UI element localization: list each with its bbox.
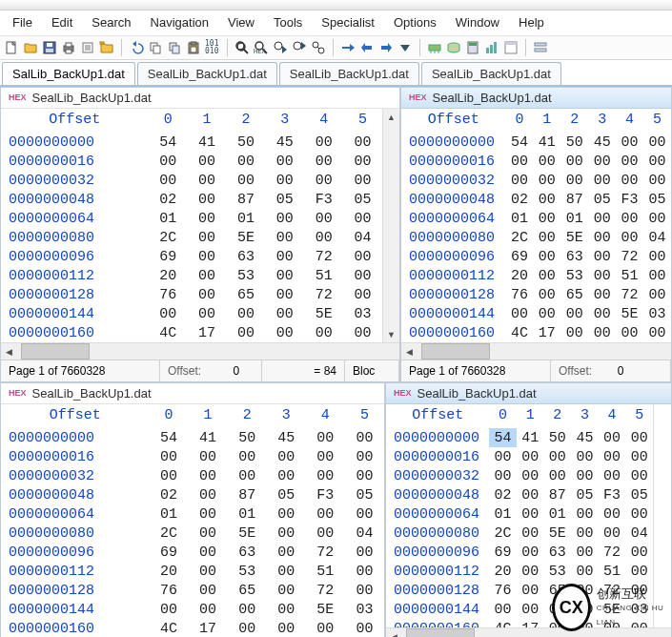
hex-row[interactable]: 00000000802C005E000004 [401,228,671,247]
hex-row[interactable]: 0000000032000000000000 [1,171,382,190]
hex-row[interactable]: 0000000144000000005E03 [1,600,384,619]
hex-byte[interactable]: 41 [533,133,560,152]
goto-icon[interactable] [340,40,356,55]
hex-byte[interactable]: 03 [343,304,382,323]
menu-navigation[interactable]: Navigation [142,13,217,31]
hex-byte[interactable]: 2C [505,228,533,247]
hex-byte[interactable]: 50 [560,133,588,152]
hex-byte[interactable]: 00 [588,228,616,247]
hex-row[interactable]: 00000000802C005E000004 [1,524,384,543]
hex-byte[interactable]: 00 [304,171,343,190]
hex-byte[interactable]: 00 [226,304,265,323]
find-next-icon[interactable] [273,40,288,55]
hex-byte[interactable]: 00 [188,304,227,323]
hex-byte[interactable]: 00 [267,543,306,562]
hex-byte[interactable]: 00 [265,285,304,304]
hex-grid-1[interactable]: Offset0123450000000000544150450000000000… [1,109,382,342]
binary-icon[interactable]: 101010 [205,40,220,55]
hex-row[interactable]: 000000004802008705F305 [1,485,384,504]
back-icon[interactable] [359,40,375,55]
hex-row[interactable]: 0000000128760065007200 [1,581,384,600]
hex-byte[interactable]: 53 [228,562,267,581]
hex-byte[interactable]: 00 [306,504,345,524]
forward-icon[interactable] [378,40,394,55]
hex-byte[interactable]: 87 [560,190,588,209]
hex-byte[interactable]: 65 [544,581,572,600]
properties-icon[interactable] [80,40,95,55]
hex-byte[interactable]: 00 [343,323,382,342]
hex-byte[interactable]: 00 [345,581,384,600]
hex-byte[interactable]: 00 [265,209,304,228]
find-hex-icon[interactable]: HEX [254,40,269,55]
hex-byte[interactable]: 87 [544,485,572,504]
hex-row[interactable]: 0000000128760065007200 [401,285,671,304]
hex-byte[interactable]: 00 [505,171,533,190]
hex-row[interactable]: 0000000000544150450000 [401,133,671,152]
hex-byte[interactable]: 00 [560,304,588,323]
hex-byte[interactable]: 00 [533,209,560,228]
hex-byte[interactable]: 00 [588,247,616,266]
hex-row[interactable]: 0000000016000000000000 [1,152,382,171]
hex-byte[interactable]: 00 [560,323,588,342]
hex-byte[interactable]: 00 [189,466,228,485]
hex-byte[interactable]: 00 [267,619,306,637]
hex-row[interactable]: 00000001604C1700000000 [1,323,382,342]
hex-byte[interactable]: 00 [188,247,227,266]
hex-byte[interactable]: 00 [304,323,343,342]
hex-byte[interactable]: 00 [343,247,382,266]
hex-byte[interactable]: 00 [533,304,560,323]
hex-byte[interactable]: 00 [560,152,588,171]
hex-byte[interactable]: 00 [571,504,599,524]
tab-file-1[interactable]: SalLib_BackUp1.dat [2,62,135,85]
hex-row[interactable]: 00000001604C1700000000 [1,619,384,637]
hex-byte[interactable]: 05 [345,485,384,504]
hex-byte[interactable]: 00 [616,228,643,247]
hex-byte[interactable]: 00 [267,600,306,619]
hex-row[interactable]: 000000004802008705F305 [386,485,653,504]
hex-byte[interactable]: 00 [544,466,572,485]
hex-row[interactable]: 0000000144000000005E03 [401,304,671,323]
hex-byte[interactable]: 63 [228,543,267,562]
hex-byte[interactable]: 00 [599,619,626,627]
hex-byte[interactable]: 00 [189,562,228,581]
hex-byte[interactable]: 53 [560,266,588,285]
menu-edit[interactable]: Edit [43,13,81,31]
hex-byte[interactable]: 00 [489,600,517,619]
hex-byte[interactable]: 00 [643,171,671,190]
hex-byte[interactable]: 04 [625,524,653,543]
hex-byte[interactable]: 00 [599,447,626,466]
hex-byte[interactable]: 5E [599,600,626,619]
hex-byte[interactable]: 00 [616,209,643,228]
hex-byte[interactable]: F3 [616,190,643,209]
hex-byte[interactable]: 00 [149,447,188,466]
hex-row[interactable]: 0000000128760065007200 [1,285,382,304]
hex-byte[interactable]: 00 [267,524,306,543]
hex-row[interactable]: 0000000096690063007200 [1,543,384,562]
hex-row[interactable]: 0000000112200053005100 [1,266,382,285]
hex-byte[interactable]: 00 [643,323,671,342]
hex-row[interactable]: 0000000016000000000000 [1,447,384,466]
hex-byte[interactable]: 00 [345,447,384,466]
hex-byte[interactable]: 4C [505,323,533,342]
hex-byte[interactable]: 00 [533,266,560,285]
hex-grid-4[interactable]: Offset0123450000000000544150450000000000… [386,404,653,627]
ram-icon[interactable] [427,40,442,55]
hex-byte[interactable]: 50 [228,428,267,447]
hex-byte[interactable]: F3 [599,485,626,504]
hex-byte[interactable]: 00 [533,247,560,266]
hex-byte[interactable]: 00 [588,209,616,228]
hex-byte[interactable]: 51 [599,562,626,581]
hex-byte[interactable]: 65 [226,285,265,304]
menu-search[interactable]: Search [83,13,139,31]
nav-down-icon[interactable] [397,40,413,55]
hex-row[interactable]: 0000000064010001000000 [386,504,653,524]
scroll-left-icon[interactable]: ◀ [386,628,402,637]
hex-byte[interactable]: 5E [226,228,265,247]
hex-byte[interactable]: 72 [306,543,345,562]
hex-byte[interactable]: 00 [149,152,188,171]
hex-byte[interactable]: 00 [188,285,227,304]
hex-byte[interactable]: 00 [265,266,304,285]
hex-row[interactable]: 00000000802C005E000004 [1,228,382,247]
hex-byte[interactable]: 45 [588,133,616,152]
hex-byte[interactable]: 00 [306,619,345,637]
